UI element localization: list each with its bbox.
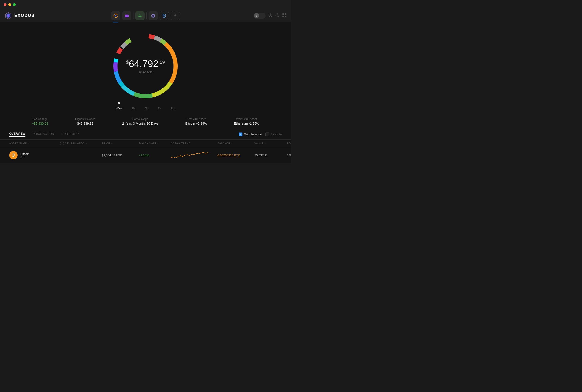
stat-24h-change-value: +$2,930.03 (32, 122, 48, 125)
lock-icon (256, 14, 258, 17)
svg-point-9 (153, 15, 154, 16)
stat-highest-balance-label: Highest Balance (75, 118, 95, 121)
sort-icon-change: ⇅ (157, 142, 159, 144)
stat-worst-asset-value: Ethereum -1,25% (234, 122, 259, 125)
sparkline-btc (171, 150, 208, 160)
minimize-dot[interactable] (8, 3, 11, 6)
stat-portfolio-age-label: Portfolio Age (122, 118, 158, 121)
maximize-dot[interactable] (13, 3, 16, 6)
tab-filters: ✓ With balance Favorite (239, 132, 282, 136)
sort-icon-asset: ⇅ (28, 142, 30, 144)
close-dot[interactable] (4, 3, 6, 6)
stat-worst-asset-label: Worst 24H Asset (234, 118, 259, 121)
settings-btn[interactable] (275, 13, 280, 18)
svg-rect-13 (282, 14, 284, 15)
timeline-1m[interactable]: 1M (132, 107, 136, 110)
sort-icon-apy: ⇅ (86, 142, 88, 144)
nav-phantom-btn[interactable] (148, 11, 158, 20)
col-value[interactable]: VALUE ⇅ (254, 142, 287, 145)
col-24h-change[interactable]: 24H CHANGE ⇅ (139, 142, 171, 145)
sort-icon-value: ⇅ (264, 142, 266, 144)
price-cell-btc: $9,364.48 USD (102, 154, 139, 157)
col-balance[interactable]: BALANCE ⇅ (218, 142, 254, 145)
portfolio-assets-count: 10 Assets (126, 70, 165, 74)
change-cell-btc: +7.14% (139, 154, 171, 157)
apy-info-icon[interactable]: ? (60, 142, 64, 145)
chart-area: $ 64,792 .59 10 Assets NOW 1M 6M 1Y (0, 27, 291, 129)
favorite-toggle[interactable]: Favorite (265, 132, 282, 136)
nav-divider2 (146, 12, 147, 19)
nav-portfolio-btn[interactable] (111, 11, 120, 20)
stat-highest-balance-value: $47,839.82 (75, 122, 95, 125)
stat-best-asset-label: Best 24H Asset (185, 118, 207, 121)
portfolio-cents: .59 (158, 60, 165, 65)
nav-shield-btn[interactable] (160, 11, 169, 20)
history-icon (268, 13, 272, 17)
svg-rect-6 (127, 16, 128, 16)
table-row[interactable]: ₿ Bitcoin BTC $9,364.48 USD +7.14% 0.602… (0, 147, 291, 163)
svg-rect-15 (282, 16, 284, 17)
balance-cell-btc: 0.60205315 BTC (218, 154, 254, 157)
col-portfolio-pct[interactable]: PORTFOLIO % ⇅ (287, 142, 291, 145)
nav-wallet-btn[interactable] (122, 11, 132, 20)
tab-overview[interactable]: OVERVIEW (9, 132, 26, 137)
phantom-icon (151, 14, 156, 18)
lock-toggle[interactable] (254, 13, 266, 19)
stat-highest-balance: Highest Balance $47,839.82 (75, 118, 95, 125)
timeline-1y[interactable]: 1Y (158, 107, 161, 110)
portfolio-cell-btc: 33% (287, 154, 291, 157)
asset-symbol-btc: BTC (20, 156, 30, 158)
shield-plus-icon (162, 14, 166, 18)
col-price[interactable]: PRICE ⇅ (102, 142, 139, 145)
portfolio-main-amount: 64,792 (128, 58, 158, 70)
svg-point-12 (277, 15, 278, 16)
svg-rect-10 (256, 16, 257, 17)
nav-add-btn[interactable]: + (171, 11, 180, 20)
col-asset-name[interactable]: ASSET NAME ⇅ (9, 142, 60, 145)
stat-worst-asset: Worst 24H Asset Ethereum -1,25% (234, 118, 259, 125)
tab-price-action[interactable]: PRICE ACTION (33, 132, 54, 136)
tabs-row: OVERVIEW PRICE ACTION PORTFOLIO ✓ With b… (0, 129, 291, 140)
timeline-all[interactable]: ALL (170, 107, 175, 110)
portfolio-icon (113, 14, 118, 18)
with-balance-label: With balance (244, 132, 262, 136)
grid-icon (282, 13, 286, 17)
stat-best-asset-value: Bitcoin +2.89% (185, 122, 207, 125)
portfolio-amount: $ 64,792 .59 (126, 58, 165, 70)
tab-portfolio[interactable]: PORTFOLIO (62, 132, 79, 136)
topnav: EXODUS (0, 9, 291, 22)
stat-24h-change-label: 24h Change (32, 118, 48, 121)
stats-row: 24h Change +$2,930.03 Highest Balance $4… (0, 114, 291, 129)
favorite-checkbox[interactable] (265, 132, 269, 136)
nav-exchange-btn[interactable] (135, 11, 144, 20)
wallet-icon (124, 14, 129, 18)
stat-portfolio-age-value: 2 Year, 3 Month, 30 Days (122, 122, 158, 125)
with-balance-toggle[interactable]: ✓ With balance (239, 132, 262, 136)
asset-name-btc: Bitcoin (20, 152, 30, 156)
svg-point-7 (151, 14, 155, 18)
favorite-label: Favorite (271, 132, 282, 136)
main-content: $ 64,792 .59 10 Assets NOW 1M 6M 1Y (0, 22, 291, 163)
timeline: NOW 1M 6M 1Y ALL (116, 107, 176, 110)
timeline-6m[interactable]: 6M (145, 107, 149, 110)
donut-center: $ 64,792 .59 10 Assets (126, 58, 165, 74)
svg-rect-16 (285, 16, 286, 17)
titlebar (0, 0, 291, 9)
value-cell-btc: $5,637.91 (254, 154, 287, 157)
grid-btn[interactable] (282, 13, 286, 18)
with-balance-checkbox[interactable]: ✓ (239, 132, 242, 136)
settings-icon (275, 13, 280, 17)
btc-icon: ₿ (9, 151, 18, 159)
logo-area: EXODUS (5, 12, 51, 20)
col-apy-rewards[interactable]: ? APY REWARDS ⇅ (60, 142, 102, 145)
asset-names-btc: Bitcoin BTC (20, 152, 30, 158)
history-btn[interactable] (268, 13, 272, 18)
exodus-logo-icon (5, 12, 12, 20)
dollar-sign: $ (126, 60, 128, 65)
svg-point-4 (115, 15, 116, 16)
nav-center: + (51, 11, 240, 20)
timeline-now[interactable]: NOW (116, 107, 122, 110)
table-header: ASSET NAME ⇅ ? APY REWARDS ⇅ PRICE ⇅ 24H… (0, 140, 291, 147)
nav-right (240, 13, 286, 19)
col-30day-trend: 30 DAY TREND (171, 142, 218, 145)
